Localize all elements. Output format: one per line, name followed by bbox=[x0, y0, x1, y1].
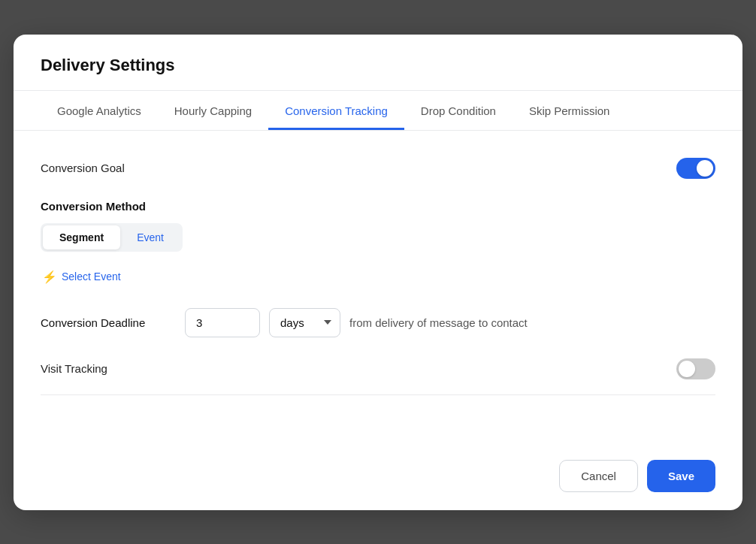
tab-drop-condition[interactable]: Drop Condition bbox=[404, 91, 513, 130]
conversion-deadline-label: Conversion Deadline bbox=[41, 316, 176, 329]
deadline-unit-select[interactable]: hours days weeks bbox=[269, 308, 340, 337]
tabs-bar: Google Analytics Hourly Capping Conversi… bbox=[14, 91, 742, 131]
select-event-button[interactable]: ⚡ Select Event bbox=[41, 267, 127, 287]
deadline-value-input[interactable] bbox=[185, 308, 260, 337]
conversion-deadline-row: Conversion Deadline hours days weeks fro… bbox=[41, 308, 715, 337]
conversion-method-section: Conversion Method Segment Event bbox=[41, 200, 715, 252]
deadline-unit-wrapper: hours days weeks bbox=[269, 308, 340, 337]
visit-tracking-thumb bbox=[679, 361, 695, 377]
visit-tracking-row: Visit Tracking bbox=[41, 358, 715, 379]
modal-backdrop: Delivery Settings Google Analytics Hourl… bbox=[0, 0, 756, 544]
cancel-button[interactable]: Cancel bbox=[559, 460, 638, 492]
conversion-goal-thumb bbox=[697, 160, 713, 177]
conversion-goal-row: Conversion Goal bbox=[41, 158, 715, 179]
modal-body: Conversion Goal Conversion Method Segmen… bbox=[14, 131, 742, 446]
conversion-method-toggle: Segment Event bbox=[41, 223, 183, 252]
footer-divider bbox=[41, 394, 715, 395]
save-button[interactable]: Save bbox=[647, 460, 715, 492]
tab-skip-permission[interactable]: Skip Permission bbox=[513, 91, 627, 130]
modal-header: Delivery Settings bbox=[14, 35, 742, 91]
modal-title: Delivery Settings bbox=[41, 56, 715, 75]
bolt-icon: ⚡ bbox=[42, 270, 57, 284]
tab-conversion-tracking[interactable]: Conversion Tracking bbox=[268, 91, 404, 130]
modal-footer: Cancel Save bbox=[14, 446, 742, 510]
select-event-label: Select Event bbox=[62, 270, 121, 283]
conversion-goal-label: Conversion Goal bbox=[41, 162, 125, 174]
tab-google-analytics[interactable]: Google Analytics bbox=[41, 91, 158, 130]
visit-tracking-label: Visit Tracking bbox=[41, 362, 107, 375]
method-segment-button[interactable]: Segment bbox=[43, 225, 120, 249]
conversion-method-label: Conversion Method bbox=[41, 200, 715, 213]
delivery-settings-modal: Delivery Settings Google Analytics Hourl… bbox=[14, 35, 742, 510]
method-event-button[interactable]: Event bbox=[120, 225, 180, 249]
deadline-suffix-text: from delivery of message to contact bbox=[349, 316, 528, 329]
conversion-goal-toggle[interactable] bbox=[676, 158, 715, 179]
tab-hourly-capping[interactable]: Hourly Capping bbox=[158, 91, 268, 130]
visit-tracking-toggle[interactable] bbox=[676, 358, 715, 379]
